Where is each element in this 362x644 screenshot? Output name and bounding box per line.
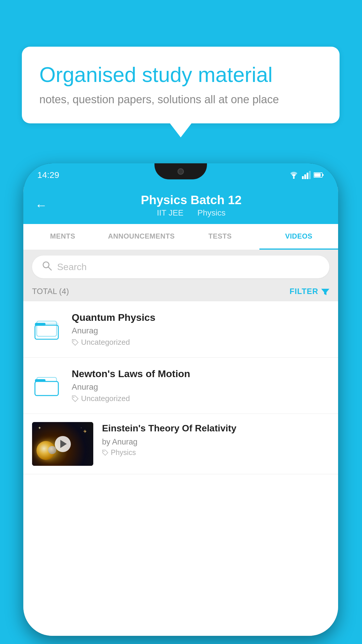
svg-rect-1: [302, 176, 304, 179]
bubble-title: Organised study material: [39, 63, 322, 87]
tag-icon: [102, 449, 108, 456]
video-list: Quantum Physics Anurag Uncategorized: [23, 301, 338, 636]
filter-button[interactable]: FILTER: [290, 287, 329, 296]
batch-subtitle: IIT JEE Physics: [56, 208, 326, 218]
svg-point-15: [73, 340, 74, 342]
folder-icon-2: [32, 370, 61, 402]
svg-marker-10: [321, 289, 329, 295]
status-icons: [289, 171, 324, 179]
video-tag-1: Uncategorized: [72, 338, 329, 347]
tag-icon: [72, 339, 79, 346]
svg-line-9: [48, 267, 51, 270]
svg-rect-7: [314, 173, 321, 177]
search-icon: [42, 261, 52, 273]
list-item[interactable]: ✦ • • Einstein's Theory Of Relativity by…: [23, 414, 338, 474]
subtitle-part1: IIT JEE: [157, 208, 183, 217]
tab-tests[interactable]: TESTS: [181, 224, 259, 250]
app-header: ← Physics Batch 12 IIT JEE Physics: [23, 187, 338, 224]
play-icon: [60, 440, 67, 448]
filter-label: FILTER: [290, 287, 318, 296]
video-author-2: Anurag: [72, 382, 329, 392]
front-camera: [178, 168, 184, 175]
video-title-2: Newton's Laws of Motion: [72, 368, 329, 379]
filter-row: TOTAL (4) FILTER: [23, 284, 338, 301]
signal-icon: [302, 171, 311, 179]
video-tag-3: Physics: [102, 448, 329, 457]
notch: [154, 163, 207, 179]
subtitle-part2: Physics: [197, 208, 225, 217]
svg-point-21: [103, 451, 105, 452]
tab-videos[interactable]: VIDEOS: [259, 224, 338, 250]
search-placeholder: Search: [57, 262, 87, 272]
video-thumbnail-3: ✦ • •: [32, 422, 93, 466]
header-title-block: Physics Batch 12 IIT JEE Physics: [56, 193, 326, 218]
svg-rect-19: [35, 382, 58, 396]
video-info-1: Quantum Physics Anurag Uncategorized: [72, 312, 329, 347]
filter-icon: [321, 288, 329, 296]
tab-ments[interactable]: MENTS: [23, 224, 102, 250]
video-author-1: Anurag: [72, 326, 329, 335]
bubble-subtitle: notes, question papers, solutions all at…: [39, 93, 322, 106]
svg-point-20: [73, 397, 74, 398]
status-bar: 14:29: [23, 163, 338, 187]
video-info-2: Newton's Laws of Motion Anurag Uncategor…: [72, 368, 329, 403]
list-item[interactable]: Newton's Laws of Motion Anurag Uncategor…: [23, 358, 338, 414]
tab-announcements[interactable]: ANNOUNCEMENTS: [102, 224, 181, 250]
phone-screen: ← Physics Batch 12 IIT JEE Physics MENTS…: [23, 187, 338, 636]
video-title-1: Quantum Physics: [72, 312, 329, 323]
svg-rect-4: [309, 171, 311, 179]
phone-frame: 14:29: [23, 163, 338, 636]
batch-title: Physics Batch 12: [56, 193, 326, 207]
video-tag-2: Uncategorized: [72, 394, 329, 403]
svg-rect-2: [304, 174, 306, 179]
video-author-3: by Anurag: [102, 438, 329, 447]
battery-icon: [314, 172, 324, 178]
svg-rect-3: [307, 173, 308, 179]
svg-point-0: [293, 177, 295, 179]
tag-icon: [72, 395, 79, 402]
search-container: Search: [23, 250, 338, 284]
list-item[interactable]: Quantum Physics Anurag Uncategorized: [23, 301, 338, 358]
back-button[interactable]: ←: [35, 198, 47, 212]
speech-bubble: Organised study material notes, question…: [22, 47, 340, 123]
folder-icon-1: [32, 313, 61, 345]
video-info-3: Einstein's Theory Of Relativity by Anura…: [102, 422, 329, 457]
tabs-bar: MENTS ANNOUNCEMENTS TESTS VIDEOS: [23, 224, 338, 250]
video-title-3: Einstein's Theory Of Relativity: [102, 422, 329, 435]
search-bar[interactable]: Search: [32, 256, 329, 278]
wifi-icon: [289, 171, 299, 179]
total-count: TOTAL (4): [32, 287, 69, 296]
svg-rect-12: [35, 325, 58, 339]
svg-rect-6: [322, 174, 324, 176]
status-time: 14:29: [37, 170, 59, 180]
